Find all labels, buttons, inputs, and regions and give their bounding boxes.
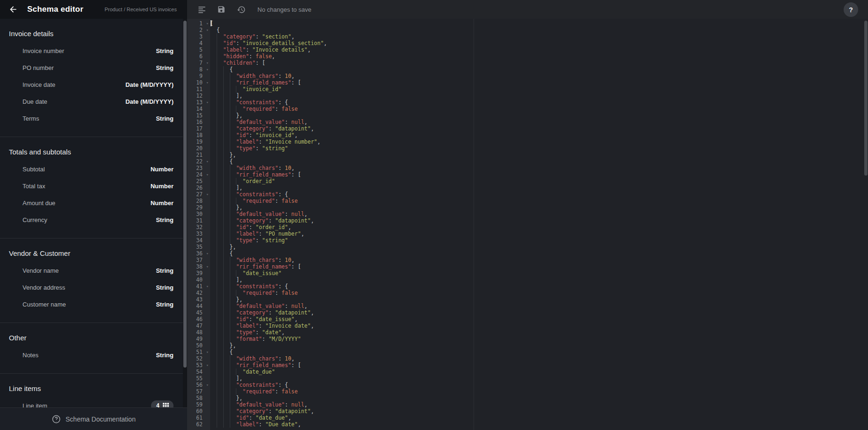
fold-arrow-icon[interactable]: ▾ bbox=[206, 79, 209, 86]
code-line[interactable]: 6 "hidden": false, bbox=[187, 53, 868, 60]
field-row[interactable]: Total taxNumber bbox=[0, 177, 183, 194]
code-line[interactable]: 22▾ { bbox=[187, 158, 868, 165]
fold-arrow-icon[interactable]: ▾ bbox=[206, 20, 209, 27]
code-line[interactable]: 32 "id": "order_id", bbox=[187, 224, 868, 230]
code-line[interactable]: 23 "width_chars": 10, bbox=[187, 165, 868, 171]
line-number[interactable]: 60 bbox=[187, 408, 210, 415]
line-number[interactable]: 48 bbox=[187, 329, 210, 336]
code-line[interactable]: 9 "width_chars": 10, bbox=[187, 73, 868, 79]
line-number[interactable]: 11 bbox=[187, 86, 210, 92]
fold-arrow-icon[interactable]: ▾ bbox=[206, 60, 209, 66]
fold-arrow-icon[interactable]: ▾ bbox=[206, 349, 209, 355]
code-line[interactable]: 44 "default_value": null, bbox=[187, 303, 868, 309]
code-line[interactable]: 7▾ "children": [ bbox=[187, 60, 868, 66]
sidebar-scrollbar[interactable] bbox=[183, 19, 187, 407]
line-number[interactable]: 57 bbox=[187, 388, 210, 395]
line-number[interactable]: 3 bbox=[187, 33, 210, 40]
fold-arrow-icon[interactable]: ▾ bbox=[206, 66, 209, 73]
fold-arrow-icon[interactable]: ▾ bbox=[206, 283, 209, 290]
code-line[interactable]: 43 }, bbox=[187, 296, 868, 303]
line-number[interactable]: 34 bbox=[187, 237, 210, 244]
line-number[interactable]: 21 bbox=[187, 152, 210, 158]
fold-arrow-icon[interactable]: ▾ bbox=[206, 99, 209, 106]
code-line[interactable]: 27▾ "constraints": { bbox=[187, 191, 868, 198]
field-row[interactable]: NotesString bbox=[0, 346, 183, 363]
line-number[interactable]: 12 bbox=[187, 92, 210, 99]
schema-documentation-link[interactable]: Schema Documentation bbox=[0, 407, 187, 430]
code-line[interactable]: 30 "default_value": null, bbox=[187, 211, 868, 217]
code-line[interactable]: 60 "category": "datapoint", bbox=[187, 408, 868, 415]
code-line[interactable]: 34 "type": "string" bbox=[187, 237, 868, 244]
line-number[interactable]: 43 bbox=[187, 296, 210, 303]
code-line[interactable]: 53▾ "rir_field_names": [ bbox=[187, 362, 868, 369]
code-line[interactable]: 49 "format": "M/D/YYYY" bbox=[187, 336, 868, 342]
line-number[interactable]: 51▾ bbox=[187, 349, 210, 355]
line-number[interactable]: 30 bbox=[187, 211, 210, 217]
code-line[interactable]: 4 "id": "invoice_details_section", bbox=[187, 40, 868, 46]
code-line[interactable]: 2▾ { bbox=[187, 27, 868, 33]
line-number[interactable]: 26 bbox=[187, 184, 210, 191]
code-line[interactable]: 8▾ { bbox=[187, 66, 868, 73]
line-number[interactable]: 15 bbox=[187, 112, 210, 119]
fold-arrow-icon[interactable]: ▾ bbox=[206, 362, 209, 369]
field-row[interactable]: Due dateDate (M/D/YYYY) bbox=[0, 93, 183, 110]
code-line[interactable]: 61 "id": "date_due", bbox=[187, 415, 868, 421]
line-number[interactable]: 36▾ bbox=[187, 250, 210, 257]
line-number[interactable]: 7▾ bbox=[187, 60, 210, 66]
line-number[interactable]: 62 bbox=[187, 421, 210, 428]
line-number[interactable]: 52 bbox=[187, 355, 210, 362]
code-line[interactable]: 35 }, bbox=[187, 244, 868, 250]
code-line[interactable]: 54 "date_due" bbox=[187, 369, 868, 375]
line-number[interactable]: 41▾ bbox=[187, 283, 210, 290]
code-line[interactable]: 16 "default_value": null, bbox=[187, 119, 868, 125]
line-number[interactable]: 54 bbox=[187, 369, 210, 375]
line-number[interactable]: 53▾ bbox=[187, 362, 210, 369]
line-number[interactable]: 5 bbox=[187, 46, 210, 53]
field-row[interactable]: CurrencyString bbox=[0, 211, 183, 228]
line-number[interactable]: 29 bbox=[187, 204, 210, 211]
line-number[interactable]: 40 bbox=[187, 276, 210, 283]
code-line[interactable]: 10▾ "rir_field_names": [ bbox=[187, 79, 868, 86]
code-line[interactable]: 19 "label": "Invoice number", bbox=[187, 138, 868, 145]
fold-arrow-icon[interactable]: ▾ bbox=[206, 250, 209, 257]
line-number[interactable]: 49 bbox=[187, 336, 210, 342]
code-line[interactable]: 1▾[ bbox=[187, 20, 868, 27]
field-row[interactable]: Invoice numberString bbox=[0, 42, 183, 59]
line-number[interactable]: 24▾ bbox=[187, 171, 210, 178]
code-line[interactable]: 13▾ "constraints": { bbox=[187, 99, 868, 106]
history-button[interactable] bbox=[233, 1, 249, 17]
code-line[interactable]: 28 "required": false bbox=[187, 198, 868, 204]
code-line[interactable]: 39 "date_issue" bbox=[187, 270, 868, 276]
line-number[interactable]: 27▾ bbox=[187, 191, 210, 198]
field-row[interactable]: SubtotalNumber bbox=[0, 161, 183, 177]
line-number[interactable]: 35 bbox=[187, 244, 210, 250]
code-line[interactable]: 62 "label": "Due date", bbox=[187, 421, 868, 428]
line-number[interactable]: 16 bbox=[187, 119, 210, 125]
sidebar-scrollbar-thumb[interactable] bbox=[183, 21, 187, 368]
line-number[interactable]: 10▾ bbox=[187, 79, 210, 86]
line-number[interactable]: 39 bbox=[187, 270, 210, 276]
field-row[interactable]: Invoice dateDate (M/D/YYYY) bbox=[0, 76, 183, 93]
code-line[interactable]: 52 "width_chars": 10, bbox=[187, 355, 868, 362]
code-line[interactable]: 36▾ { bbox=[187, 250, 868, 257]
line-number[interactable]: 14 bbox=[187, 106, 210, 112]
code-line[interactable]: 31 "category": "datapoint", bbox=[187, 217, 868, 224]
code-line[interactable]: 47 "label": "Invoice date", bbox=[187, 322, 868, 329]
code-line[interactable]: 40 ], bbox=[187, 276, 868, 283]
code-line[interactable]: 58 }, bbox=[187, 395, 868, 401]
fold-arrow-icon[interactable]: ▾ bbox=[206, 382, 209, 388]
save-button[interactable] bbox=[213, 1, 229, 17]
json-code-editor[interactable]: 1▾[2▾ {3 "category": "section",4 "id": "… bbox=[187, 19, 868, 430]
code-line[interactable]: 57 "required": false bbox=[187, 388, 868, 395]
code-line[interactable]: 17 "category": "datapoint", bbox=[187, 125, 868, 132]
line-number[interactable]: 13▾ bbox=[187, 99, 210, 106]
line-number[interactable]: 44 bbox=[187, 303, 210, 309]
line-number[interactable]: 19 bbox=[187, 138, 210, 145]
field-row[interactable]: Amount dueNumber bbox=[0, 194, 183, 211]
code-line[interactable]: 21 }, bbox=[187, 152, 868, 158]
line-number[interactable]: 25 bbox=[187, 178, 210, 184]
help-button[interactable]: ? bbox=[844, 2, 858, 17]
fold-arrow-icon[interactable]: ▾ bbox=[206, 191, 209, 198]
code-line[interactable]: 45 "category": "datapoint", bbox=[187, 309, 868, 316]
code-line[interactable]: 41▾ "constraints": { bbox=[187, 283, 868, 290]
